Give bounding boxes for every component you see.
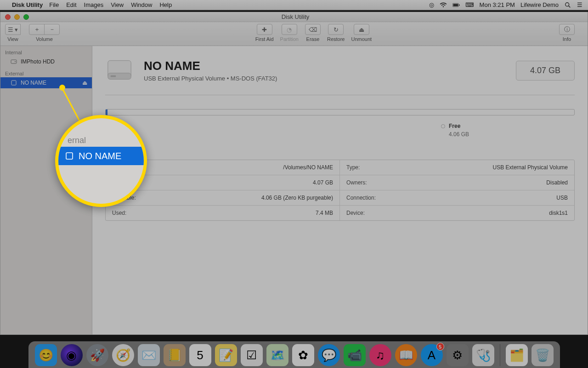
callout-anchor-dot xyxy=(59,85,65,91)
dock-reminders-icon[interactable]: ☑︎ xyxy=(241,344,263,366)
menu-file[interactable]: File xyxy=(49,1,59,8)
notification-center-icon[interactable]: ☰ xyxy=(577,1,582,8)
battery-icon[interactable] xyxy=(452,2,460,8)
used-value: 7.4 MB xyxy=(316,210,333,216)
clock[interactable]: Mon 3:21 PM xyxy=(480,1,515,8)
svg-rect-7 xyxy=(11,80,16,85)
menu-help[interactable]: Help xyxy=(159,1,172,8)
cc-icon[interactable]: ◎ xyxy=(429,1,434,8)
connection-value: USB xyxy=(556,195,568,201)
svg-rect-2 xyxy=(458,4,459,6)
dock: 😊◉🚀🧭✉️📒5📝☑︎🗺️✿💬📹♫📖A5⚙︎🩺🗂️🗑️ xyxy=(0,335,588,368)
spotlight-icon[interactable] xyxy=(564,2,571,8)
divider xyxy=(105,95,575,95)
sidebar-item-label: NO NAME xyxy=(21,80,46,86)
window-title: Disk Utility xyxy=(29,13,562,20)
sidebar-item-internal-hdd[interactable]: IMPhoto HDD xyxy=(0,56,92,67)
svg-rect-10 xyxy=(111,75,116,77)
legend-free-label: Free xyxy=(449,123,460,129)
sidebar-item-external-noname[interactable]: NO NAME ⏏ xyxy=(0,77,92,88)
dock-systemprefs-icon[interactable]: ⚙︎ xyxy=(447,344,469,366)
owners-value: Disabled xyxy=(546,179,568,186)
connection-label: Connection: xyxy=(346,195,376,201)
dock-downloads-icon[interactable]: 🗂️ xyxy=(506,344,528,366)
info-button[interactable]: ⓘ xyxy=(559,24,575,35)
legend-free-value: 4.06 GB xyxy=(449,131,469,138)
menu-window[interactable]: Window xyxy=(131,1,152,8)
input-icon[interactable]: ⌨︎ xyxy=(465,1,474,8)
dock-trash-icon[interactable]: 🗑️ xyxy=(531,344,554,366)
capacity-value: 4.07 GB xyxy=(313,179,333,186)
dock-launchpad-icon[interactable]: 🚀 xyxy=(86,344,108,366)
dock-contacts-icon[interactable]: 📒 xyxy=(164,344,186,366)
menu-view[interactable]: View xyxy=(111,1,124,8)
dock-diskutility-icon[interactable]: 🩺 xyxy=(472,344,494,366)
usage-bar xyxy=(105,109,575,115)
usage-legend: Free 4.06 GB xyxy=(105,123,575,138)
unmount-button[interactable]: ⏏ xyxy=(354,24,369,35)
user-name[interactable]: Lifewire Demo xyxy=(520,1,559,8)
menu-images[interactable]: Images xyxy=(84,1,104,8)
volume-icon xyxy=(105,56,134,85)
svg-point-6 xyxy=(15,61,16,62)
dock-badge: 5 xyxy=(436,343,444,351)
volume-subtitle: USB External Physical Volume • MS-DOS (F… xyxy=(144,75,277,82)
type-label: Type: xyxy=(346,164,360,171)
dock-maps-icon[interactable]: 🗺️ xyxy=(266,344,288,366)
used-label: Used: xyxy=(112,210,126,216)
erase-button[interactable]: ⌫ xyxy=(305,24,321,35)
sidebar-section-external: External xyxy=(0,67,92,77)
dock-notes-icon[interactable]: 📝 xyxy=(215,344,237,366)
volume-size: 4.07 GB xyxy=(516,61,575,80)
volume-name: NO NAME xyxy=(144,59,277,73)
volume-remove-button[interactable]: － xyxy=(44,24,60,35)
sidebar-section-internal: Internal xyxy=(0,46,92,56)
volume-add-button[interactable]: ＋ xyxy=(29,24,45,35)
svg-rect-1 xyxy=(453,4,458,6)
magnifier-item-label: NO NAME xyxy=(79,151,121,161)
hdd-icon xyxy=(11,58,17,65)
available-value: 4.06 GB (Zero KB purgeable) xyxy=(261,195,333,201)
view-sidebar-button[interactable]: ☰ ▾ xyxy=(5,24,21,35)
dock-ibooks-icon[interactable]: 📖 xyxy=(395,344,417,366)
close-button[interactable] xyxy=(5,14,11,20)
first-aid-button[interactable]: ✚ xyxy=(257,24,272,35)
dock-facetime-icon[interactable]: 📹 xyxy=(344,344,366,366)
dock-photos-icon[interactable]: ✿ xyxy=(292,344,314,366)
dock-messages-icon[interactable]: 💬 xyxy=(318,344,340,366)
type-value: USB External Physical Volume xyxy=(493,164,568,171)
menubar-app[interactable]: Disk Utility xyxy=(12,1,43,8)
magnifier-selected-item: NO NAME xyxy=(58,147,144,165)
dock-safari-icon[interactable]: 🧭 xyxy=(112,344,134,366)
svg-line-4 xyxy=(569,6,571,7)
info-grid: Mount Point:/Volumes/NO NAME Type:USB Ex… xyxy=(105,160,575,221)
dock-macappstore-icon[interactable]: A5 xyxy=(421,344,443,366)
menu-edit[interactable]: Edit xyxy=(66,1,76,8)
minimize-button[interactable] xyxy=(14,14,20,20)
menubar-status: ◎ ⌨︎ Mon 3:21 PM Lifewire Demo ☰ xyxy=(429,1,588,8)
zoom-button[interactable] xyxy=(23,14,29,20)
dock-siri-icon[interactable]: ◉ xyxy=(61,344,83,366)
external-disk-icon xyxy=(65,151,74,161)
dock-calendar-icon[interactable]: 5 xyxy=(189,344,211,366)
sidebar-item-label: IMPhoto HDD xyxy=(21,58,55,65)
dock-tray: 😊◉🚀🧭✉️📒5📝☑︎🗺️✿💬📹♫📖A5⚙︎🩺🗂️🗑️ xyxy=(28,341,560,368)
main-pane: NO NAME USB External Physical Volume • M… xyxy=(92,46,588,334)
titlebar: Disk Utility xyxy=(0,12,588,22)
partition-button[interactable]: ◔ xyxy=(282,24,297,35)
eject-icon[interactable]: ⏏ xyxy=(82,80,87,86)
svg-rect-11 xyxy=(66,153,73,159)
magnifier-callout: ernal NO NAME xyxy=(55,115,147,207)
svg-rect-5 xyxy=(11,60,17,63)
dock-mail-icon[interactable]: ✉️ xyxy=(138,344,160,366)
dock-finder-icon[interactable]: 😊 xyxy=(35,344,57,366)
svg-point-3 xyxy=(565,2,569,6)
restore-button[interactable]: ↻ xyxy=(328,24,344,35)
toolbar: ☰ ▾ View ＋ － Volume ✚First Aid ◔Partitio… xyxy=(0,22,588,46)
dock-separator xyxy=(500,344,500,366)
menubar: Disk Utility File Edit Images View Windo… xyxy=(0,0,588,10)
wifi-icon[interactable] xyxy=(440,2,447,8)
usage-used-segment xyxy=(106,109,107,115)
external-disk-icon xyxy=(11,80,17,86)
dock-itunes-icon[interactable]: ♫ xyxy=(369,344,391,366)
